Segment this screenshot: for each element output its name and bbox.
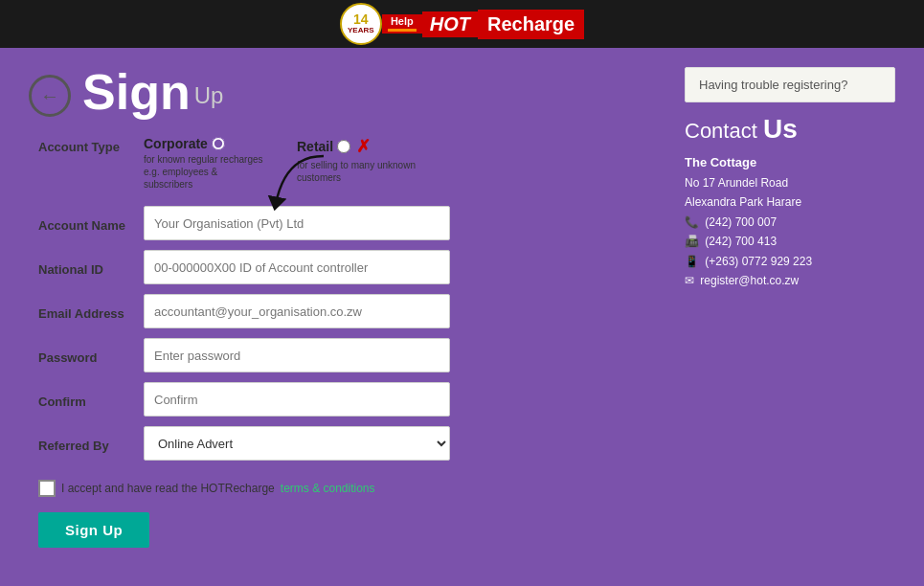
confirm-input[interactable] — [144, 382, 450, 417]
corporate-option: Corporate for known regular recharges e.… — [144, 136, 268, 191]
confirm-row: Confirm — [38, 382, 665, 417]
logo: 14 YEARS Help HOT Recharge — [340, 3, 584, 45]
address1: No 17 Arundel Road — [685, 173, 895, 192]
email-row: Email Address — [38, 294, 665, 328]
contact-label: Contact — [685, 119, 757, 143]
arrow-svg — [266, 151, 362, 228]
national-id-row: National ID — [38, 250, 665, 284]
referred-by-label: Referred By — [38, 435, 144, 453]
contact-us: Us — [763, 114, 798, 144]
corporate-radio[interactable] — [212, 137, 225, 150]
up-label: Up — [194, 82, 224, 109]
terms-row: I accept and have read the HOTRecharge t… — [38, 480, 665, 497]
sign-label: Sign — [82, 67, 191, 117]
phone2-icon: 📠 — [685, 235, 699, 248]
help-text: Having trouble registering? — [699, 78, 847, 92]
phone1-icon: 📞 — [685, 215, 699, 229]
password-input[interactable] — [144, 338, 450, 372]
email-icon: ✉ — [685, 274, 694, 287]
contact-info: The Cottage No 17 Arundel Road Alexandra… — [685, 152, 895, 290]
logo-recharge-text: Recharge — [478, 10, 584, 39]
national-id-input[interactable] — [144, 250, 450, 284]
account-type-label: Account Type — [38, 136, 144, 154]
signup-button[interactable]: Sign Up — [38, 512, 149, 548]
mobile-icon: 📱 — [685, 255, 699, 268]
terms-text: I accept and have read the HOTRecharge — [61, 482, 275, 495]
top-bar: 14 YEARS Help HOT Recharge — [0, 0, 924, 48]
corporate-option-row: Corporate — [144, 136, 225, 151]
help-box: Having trouble registering? — [685, 67, 895, 102]
company-name: The Cottage — [685, 152, 895, 173]
phone2: 📠 (242) 700 413 — [685, 232, 895, 251]
corporate-desc: for known regular recharges e.g. employe… — [144, 153, 268, 191]
account-name-label: Account Name — [38, 214, 144, 233]
logo-help: Help — [382, 14, 422, 34]
right-section: Having trouble registering? Contact Us T… — [685, 67, 895, 548]
signup-btn-row: Sign Up — [38, 512, 665, 548]
password-label: Password — [38, 347, 144, 365]
logo-years-label: YEARS — [348, 27, 374, 35]
logo-hot: HOT — [422, 11, 478, 37]
logo-recharge-area: Help HOT Recharge — [382, 10, 584, 39]
email-input[interactable] — [144, 294, 450, 328]
left-section: ← Sign Up Account Type — [29, 67, 665, 548]
email-label: Email Address — [38, 303, 144, 321]
logo-years: 14 — [353, 12, 369, 27]
mobile: 📱 (+263) 0772 929 223 — [685, 252, 895, 271]
back-button[interactable]: ← — [29, 75, 71, 117]
contact-heading: Contact Us — [685, 114, 895, 145]
arrow-annotation — [266, 151, 362, 232]
password-row: Password — [38, 338, 665, 372]
phone1: 📞 (242) 700 007 — [685, 213, 895, 232]
national-id-label: National ID — [38, 259, 144, 277]
terms-link[interactable]: terms & conditions — [281, 482, 375, 495]
sign-heading: ← Sign Up — [29, 67, 665, 117]
main-content: ← Sign Up Account Type — [0, 48, 924, 567]
address2: Alexandra Park Harare — [685, 192, 895, 212]
email-contact: ✉ register@hot.co.zw — [685, 271, 895, 290]
referred-by-row: Referred By Online Advert Friend Social … — [38, 426, 665, 461]
logo-badge: 14 YEARS — [340, 3, 382, 45]
referred-by-select[interactable]: Online Advert Friend Social Media Other — [144, 426, 450, 461]
confirm-label: Confirm — [38, 391, 144, 409]
corporate-label: Corporate — [144, 136, 208, 151]
terms-checkbox[interactable] — [38, 480, 56, 497]
